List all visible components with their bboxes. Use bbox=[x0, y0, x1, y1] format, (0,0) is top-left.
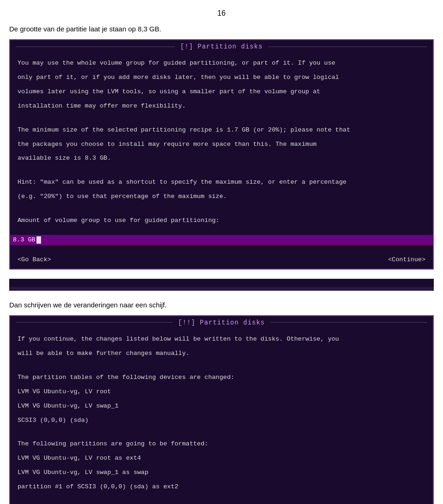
terminal-1-input-value: 8.3 GB bbox=[13, 236, 36, 243]
terminal-2-line12: partition #1 of SCSI3 (0,0,0) (sda) as e… bbox=[18, 482, 425, 492]
continue-button[interactable]: <Continue> bbox=[388, 256, 425, 263]
terminal-2-title: [!!] Partition disks bbox=[173, 319, 270, 326]
terminal-1-line1: You may use the whole volume group for g… bbox=[18, 59, 425, 68]
terminal-2: [!!] Partition disks If you continue, th… bbox=[9, 315, 434, 504]
terminal-2-line6: LVM VG Ubuntu-vg, LV swap_1 bbox=[18, 402, 425, 411]
terminal-1-input[interactable]: 8.3 GB bbox=[10, 235, 433, 245]
terminal-2-line2: will be able to make further changes man… bbox=[18, 349, 425, 359]
cursor bbox=[36, 236, 41, 244]
terminal-1-line11: (e.g. "20%") to use that percentage of t… bbox=[18, 192, 425, 202]
separator bbox=[9, 287, 434, 291]
terminal-2-title-bar: [!!] Partition disks bbox=[10, 316, 433, 329]
terminal-1-line8: available size is 8.3 GB. bbox=[18, 154, 425, 163]
terminal-1-line4: installation time may offer more flexibi… bbox=[18, 102, 425, 111]
intro-text-2: Dan schrijven we de veranderingen naar e… bbox=[9, 301, 434, 309]
terminal-1-line6: The minimum size of the selected partiti… bbox=[18, 126, 425, 135]
intro-text-1: De grootte van de partitie laat je staan… bbox=[9, 25, 434, 33]
go-back-button[interactable]: <Go Back> bbox=[18, 256, 51, 263]
terminal-2-line4: The partition tables of the following de… bbox=[18, 373, 425, 383]
terminal-1-title: [!] Partition disks bbox=[175, 43, 269, 50]
terminal-2-line11: LVM VG Ubuntu-vg, LV swap_1 as swap bbox=[18, 468, 425, 478]
terminal-2-line7: SCSI3 (0,0,0) (sda) bbox=[18, 416, 425, 426]
terminal-1-bottom-bar bbox=[9, 279, 434, 287]
terminal-1-body: You may use the whole volume group for g… bbox=[10, 53, 433, 231]
terminal-2-body: If you continue, the changes listed belo… bbox=[10, 329, 433, 504]
terminal-1-line10: Hint: "max" can be used as a shortcut to… bbox=[18, 178, 425, 187]
terminal-1-line13: Amount of volume group to use for guided… bbox=[18, 216, 425, 226]
terminal-1-line3: volumes later using the LVM tools, so us… bbox=[18, 87, 425, 97]
terminal-2-line10: LVM VG Ubuntu-vg, LV root as ext4 bbox=[18, 454, 425, 463]
page-number: 16 bbox=[0, 9, 443, 18]
terminal-2-line1: If you continue, the changes listed belo… bbox=[18, 335, 425, 344]
terminal-2-line9: The following partitions are going to be… bbox=[18, 439, 425, 449]
terminal-1-line2: only part of it, or if you add more disk… bbox=[18, 73, 425, 83]
terminal-1-title-bar: [!] Partition disks bbox=[10, 40, 433, 53]
terminal-1-line7: the packages you choose to install may r… bbox=[18, 140, 425, 150]
terminal-2-line5: LVM VG Ubuntu-vg, LV root bbox=[18, 387, 425, 397]
terminal-1: [!] Partition disks You may use the whol… bbox=[9, 39, 434, 270]
terminal-1-button-row: <Go Back> <Continue> bbox=[10, 252, 433, 269]
